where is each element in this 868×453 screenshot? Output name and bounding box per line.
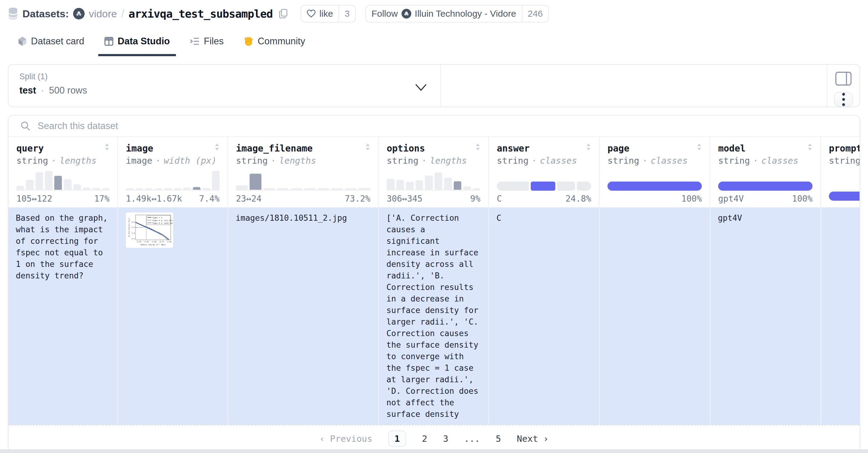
histogram-bar[interactable] xyxy=(304,188,316,190)
tab-data-studio[interactable]: Data Studio xyxy=(98,32,176,56)
copy-icon[interactable] xyxy=(279,9,288,19)
dataset-title[interactable]: arxivqa_test_subsampled xyxy=(129,8,273,20)
tab-community[interactable]: Community xyxy=(238,32,311,56)
histogram-bar[interactable] xyxy=(345,188,356,190)
histogram-bar[interactable] xyxy=(73,184,81,190)
table-cell-model[interactable]: gpt4V xyxy=(710,207,820,425)
search-input[interactable] xyxy=(38,120,847,132)
table-cell-options[interactable]: ['A. Correction causes a significant inc… xyxy=(378,207,488,425)
table-cell-answer[interactable]: C xyxy=(488,207,599,425)
follow-button[interactable]: Follow Illuin Technology - Vidore 246 xyxy=(366,5,549,23)
column-header-image[interactable]: image image·width (px) 1.49k↔1.67k 7.4% xyxy=(117,137,227,207)
page-button-1[interactable]: 1 xyxy=(388,430,406,447)
histogram-bar[interactable] xyxy=(45,171,53,190)
column-header-query[interactable]: query string·lengths 105↔122 17% xyxy=(8,137,117,207)
next-page-button[interactable]: Next › xyxy=(517,433,549,444)
column-header-image_filename[interactable]: image_filename string·lengths 23↔24 73.2… xyxy=(227,137,378,207)
class-distribution-bar xyxy=(608,181,702,191)
pagination: ‹ Previous 1 2 3 ... 5 Next › xyxy=(8,425,860,452)
sort-icon[interactable] xyxy=(586,143,591,152)
histogram-bar[interactable] xyxy=(415,180,423,190)
follower-count[interactable]: 246 xyxy=(522,5,548,22)
column-header-model[interactable]: model string·classes gpt4V 100% xyxy=(710,137,820,207)
class-segment[interactable] xyxy=(718,181,812,191)
class-segment[interactable] xyxy=(557,181,575,191)
page-button-2[interactable]: 2 xyxy=(422,433,427,444)
page-button-3[interactable]: 3 xyxy=(443,433,448,444)
sort-icon[interactable] xyxy=(214,143,220,152)
histogram-bar[interactable] xyxy=(359,188,370,190)
histogram-bar[interactable] xyxy=(425,175,433,190)
histogram-bar[interactable] xyxy=(202,188,210,190)
column-stat-kind: classes xyxy=(651,155,687,166)
histogram-bar[interactable] xyxy=(35,172,43,190)
histogram-bar[interactable] xyxy=(174,188,182,190)
class-segment[interactable] xyxy=(608,181,702,191)
class-segment[interactable] xyxy=(829,192,860,201)
like-count[interactable]: 3 xyxy=(338,5,355,22)
follow-org-avatar xyxy=(402,9,411,19)
histogram-bar[interactable] xyxy=(435,172,442,190)
dot-separator: · xyxy=(418,155,430,166)
histogram-bar[interactable] xyxy=(277,188,289,190)
histogram-bar[interactable] xyxy=(26,180,33,190)
column-header-page[interactable]: page string·classes 100% xyxy=(599,137,710,207)
class-segment[interactable] xyxy=(531,181,555,191)
histogram-bar[interactable] xyxy=(473,188,481,190)
histogram-bar[interactable] xyxy=(317,188,329,190)
histogram-bar[interactable] xyxy=(444,178,452,190)
table-cell-image_filename[interactable]: images/1810.10511_2.jpg xyxy=(227,207,378,425)
sort-icon[interactable] xyxy=(365,143,370,152)
histogram-bar[interactable] xyxy=(102,188,110,190)
table-cell-image[interactable]: fspec = 1 fspec ≠ 1, w/o corr. fspec ≠ 1… xyxy=(117,207,227,425)
histogram-bar[interactable] xyxy=(64,179,71,190)
sort-icon[interactable] xyxy=(696,143,702,152)
table-cell-query[interactable]: Based on the graph, what is the impact o… xyxy=(8,207,117,425)
sort-icon[interactable] xyxy=(475,143,480,152)
histogram-bar[interactable] xyxy=(135,188,144,190)
column-header-answer[interactable]: answer string·classes C 24.8% xyxy=(488,137,599,207)
histogram-bar[interactable] xyxy=(236,185,248,190)
column-header-options[interactable]: options string·lengths 306↔345 9% xyxy=(378,137,488,207)
histogram-bar[interactable] xyxy=(164,188,172,190)
tab-files[interactable]: Files xyxy=(184,32,229,56)
histogram-bar[interactable] xyxy=(463,187,471,190)
column-header-prompt[interactable]: prompt string· xyxy=(820,137,860,207)
histogram-bar[interactable] xyxy=(387,179,395,190)
histogram-bar[interactable] xyxy=(331,188,343,190)
tab-dataset-card[interactable]: Dataset card xyxy=(12,32,90,56)
column-distribution-chart xyxy=(829,178,860,201)
histogram-bar[interactable] xyxy=(454,181,462,190)
histogram-bar[interactable] xyxy=(396,180,404,190)
page-button-5[interactable]: 5 xyxy=(496,433,501,444)
histogram-bar[interactable] xyxy=(83,188,90,190)
histogram-bar[interactable] xyxy=(92,188,100,190)
histogram-bar[interactable] xyxy=(17,186,24,190)
histogram-bar[interactable] xyxy=(250,174,261,190)
cell-value: images/1810.10511_2.jpg xyxy=(236,213,347,223)
sort-icon[interactable] xyxy=(807,143,812,152)
class-segment[interactable] xyxy=(577,181,591,191)
histogram-bar[interactable] xyxy=(155,188,162,190)
histogram-bar[interactable] xyxy=(145,188,153,190)
sort-icon[interactable] xyxy=(104,143,110,152)
org-avatar[interactable] xyxy=(73,8,85,20)
table-cell-prompt[interactable] xyxy=(820,207,860,425)
previous-page-button[interactable]: ‹ Previous xyxy=(319,433,372,444)
table-cell-page[interactable] xyxy=(599,207,710,425)
like-button[interactable]: like 3 xyxy=(301,5,356,23)
row-image-thumbnail[interactable]: fspec = 1 fspec ≠ 1, w/o corr. fspec ≠ 1… xyxy=(126,212,174,248)
histogram-bar[interactable] xyxy=(263,188,275,190)
histogram-bar[interactable] xyxy=(54,176,62,190)
org-link[interactable]: vidore xyxy=(89,8,117,20)
histogram-bar[interactable] xyxy=(126,188,134,190)
class-segment[interactable] xyxy=(497,181,529,191)
histogram-bar[interactable] xyxy=(212,171,220,190)
histogram-bar[interactable] xyxy=(406,182,414,190)
histogram-bar[interactable] xyxy=(183,188,191,190)
histogram-bar[interactable] xyxy=(290,188,302,190)
split-selector[interactable]: Split (1) test · 500 rows xyxy=(8,65,440,107)
more-options-button[interactable] xyxy=(834,92,853,107)
panel-layout-toggle[interactable] xyxy=(835,72,852,87)
histogram-bar[interactable] xyxy=(193,187,201,190)
